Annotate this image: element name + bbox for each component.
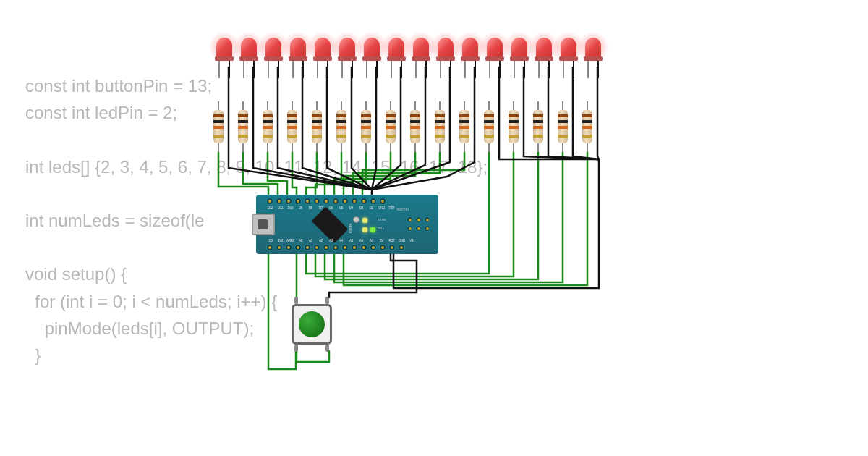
txrx-label: TX RX [378,218,386,221]
resistor-component [287,101,309,152]
reset-button-icon [353,216,359,223]
arduino-nano-board[interactable]: D12D11D10D9D8D7D6D5D4D3D2GNDRST D133V3AR… [256,195,438,254]
push-button-component[interactable] [292,304,332,345]
button-housing [292,304,332,345]
resistor-component [410,101,432,152]
led-component [435,36,456,67]
resistor-component [263,101,284,152]
resistor-array [213,101,604,152]
usb-port-icon [252,214,275,235]
icsp-header [407,216,431,232]
power-led-icon [370,227,375,232]
led-component [312,36,333,67]
pin-header-bottom [266,244,405,251]
reset-label: RESET [349,224,352,233]
resistor-component [582,101,604,152]
resistor-component [238,101,260,152]
onl-label: ON L [378,227,384,230]
pin-labels-bottom: D133V3AREFA0A1A2A3A4A5A6A75VRSTGNDVIN [266,239,416,242]
led-component [509,36,530,67]
resistor-component [361,101,383,152]
status-led-icon [362,227,367,232]
led-component [582,36,604,67]
resistor-component [336,101,358,152]
pin-labels-top: D12D11D10D9D8D7D6D5D4D3D2GNDRST [266,206,396,210]
resistor-component [533,101,555,152]
resistor-component [484,101,506,152]
rxtx-label: RX0 TX1 [397,208,409,211]
button-cap-icon [299,311,325,337]
resistor-component [509,101,530,152]
pin-header-top [266,198,386,205]
led-component [287,36,309,67]
resistor-component [213,101,235,152]
led-component [410,36,432,67]
resistor-component [386,101,407,152]
led-component [336,36,358,67]
led-component [238,36,260,67]
resistor-component [435,101,456,152]
resistor-component [558,101,579,152]
resistor-component [459,101,481,152]
circuit-diagram: D12D11D10D9D8D7D6D5D4D3D2GNDRST D133V3AR… [0,0,868,456]
resistor-component [312,101,333,152]
led-component [386,36,407,67]
led-component [213,36,235,67]
led-component [459,36,481,67]
led-component [484,36,506,67]
led-component [533,36,555,67]
status-led-icon [362,218,367,223]
led-component [263,36,284,67]
led-array [213,36,604,67]
microcontroller-chip-icon [312,207,349,244]
led-component [361,36,383,67]
led-component [558,36,579,67]
